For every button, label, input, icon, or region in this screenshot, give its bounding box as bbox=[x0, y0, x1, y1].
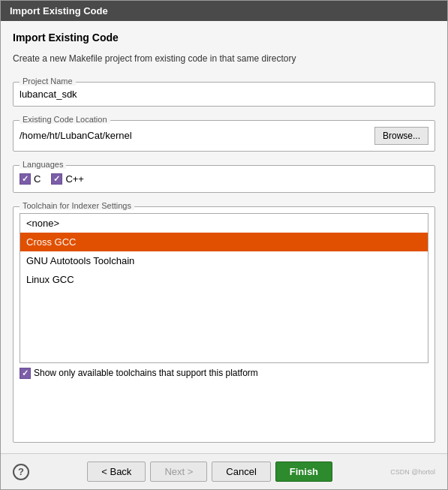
cpp-label: C++ bbox=[65, 173, 84, 185]
project-name-label: Project Name bbox=[20, 77, 76, 86]
back-button[interactable]: < Back bbox=[87, 461, 146, 482]
c-language-checkbox[interactable]: C bbox=[20, 173, 41, 185]
toolchain-item-cross-gcc[interactable]: Cross GCC bbox=[20, 233, 428, 251]
dialog-header: Import Existing Code bbox=[1, 1, 447, 21]
toolchain-section: Toolchain for Indexer Settings <none>Cro… bbox=[13, 200, 435, 443]
toolchain-list[interactable]: <none>Cross GCCGNU Autotools ToolchainLi… bbox=[20, 213, 428, 363]
toolchain-item-gnu-autotools[interactable]: GNU Autotools Toolchain bbox=[20, 251, 428, 270]
c-checkbox-icon bbox=[20, 173, 31, 185]
watermark: CSDN @hortol bbox=[390, 468, 435, 476]
show-only-checkbox[interactable]: Show only available toolchains that supp… bbox=[20, 368, 258, 379]
cancel-button[interactable]: Cancel bbox=[212, 461, 270, 482]
languages-label: Languages bbox=[20, 160, 66, 169]
page-subtitle: Create a new Makefile project from exist… bbox=[13, 53, 435, 65]
c-label: C bbox=[34, 173, 41, 185]
finish-button[interactable]: Finish bbox=[275, 461, 332, 482]
help-button[interactable]: ? bbox=[13, 464, 29, 480]
browse-button[interactable]: Browse... bbox=[374, 127, 428, 145]
project-name-section: Project Name bbox=[13, 82, 435, 107]
show-only-checkbox-icon bbox=[20, 368, 31, 379]
toolchain-item-none[interactable]: <none> bbox=[20, 214, 428, 233]
dialog-body: Import Existing Code Create a new Makefi… bbox=[1, 21, 447, 453]
project-name-input[interactable] bbox=[20, 89, 428, 100]
dialog-title: Import Existing Code bbox=[10, 5, 108, 17]
page-title: Import Existing Code bbox=[13, 32, 435, 44]
cpp-checkbox-icon bbox=[51, 173, 62, 185]
next-button[interactable]: Next > bbox=[150, 461, 207, 482]
import-dialog: Import Existing Code Import Existing Cod… bbox=[0, 0, 448, 490]
show-only-label: Show only available toolchains that supp… bbox=[34, 368, 258, 378]
code-location-section: Existing Code Location Browse... bbox=[13, 120, 435, 152]
toolchain-item-linux-gcc[interactable]: Linux GCC bbox=[20, 270, 428, 289]
toolchain-label: Toolchain for Indexer Settings bbox=[20, 201, 134, 210]
show-only-row: Show only available toolchains that supp… bbox=[20, 363, 428, 380]
dialog-footer: ? < Back Next > Cancel Finish CSDN @hort… bbox=[1, 453, 447, 489]
toolchain-wrapper: Toolchain for Indexer Settings <none>Cro… bbox=[13, 206, 435, 443]
languages-row: C C++ bbox=[20, 172, 428, 186]
code-location-row: Browse... bbox=[20, 127, 428, 145]
languages-section: Languages C C++ bbox=[13, 165, 435, 193]
code-location-label: Existing Code Location bbox=[20, 115, 110, 124]
cpp-language-checkbox[interactable]: C++ bbox=[51, 173, 84, 185]
code-location-input[interactable] bbox=[20, 130, 370, 141]
